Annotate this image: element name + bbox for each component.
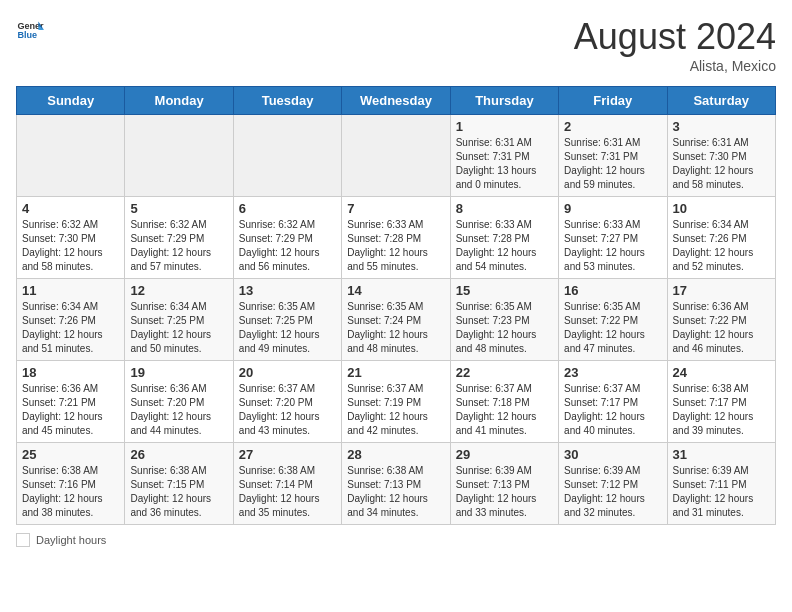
calendar-day-cell: 11Sunrise: 6:34 AM Sunset: 7:26 PM Dayli… xyxy=(17,279,125,361)
calendar-header-row: SundayMondayTuesdayWednesdayThursdayFrid… xyxy=(17,87,776,115)
day-number: 12 xyxy=(130,283,227,298)
day-number: 26 xyxy=(130,447,227,462)
day-number: 27 xyxy=(239,447,336,462)
calendar-day-cell: 16Sunrise: 6:35 AM Sunset: 7:22 PM Dayli… xyxy=(559,279,667,361)
calendar-day-cell: 9Sunrise: 6:33 AM Sunset: 7:27 PM Daylig… xyxy=(559,197,667,279)
day-info: Sunrise: 6:32 AM Sunset: 7:30 PM Dayligh… xyxy=(22,218,119,274)
logo-icon: General Blue xyxy=(16,16,44,44)
day-of-week-header: Thursday xyxy=(450,87,558,115)
calendar-day-cell: 26Sunrise: 6:38 AM Sunset: 7:15 PM Dayli… xyxy=(125,443,233,525)
logo: General Blue xyxy=(16,16,44,44)
calendar-day-cell: 28Sunrise: 6:38 AM Sunset: 7:13 PM Dayli… xyxy=(342,443,450,525)
calendar-day-cell xyxy=(233,115,341,197)
day-info: Sunrise: 6:37 AM Sunset: 7:18 PM Dayligh… xyxy=(456,382,553,438)
day-number: 17 xyxy=(673,283,770,298)
day-number: 3 xyxy=(673,119,770,134)
day-info: Sunrise: 6:33 AM Sunset: 7:27 PM Dayligh… xyxy=(564,218,661,274)
day-number: 6 xyxy=(239,201,336,216)
day-number: 7 xyxy=(347,201,444,216)
calendar-day-cell: 19Sunrise: 6:36 AM Sunset: 7:20 PM Dayli… xyxy=(125,361,233,443)
day-number: 29 xyxy=(456,447,553,462)
day-info: Sunrise: 6:38 AM Sunset: 7:17 PM Dayligh… xyxy=(673,382,770,438)
day-number: 28 xyxy=(347,447,444,462)
calendar-table: SundayMondayTuesdayWednesdayThursdayFrid… xyxy=(16,86,776,525)
day-info: Sunrise: 6:39 AM Sunset: 7:13 PM Dayligh… xyxy=(456,464,553,520)
day-info: Sunrise: 6:32 AM Sunset: 7:29 PM Dayligh… xyxy=(130,218,227,274)
calendar-day-cell: 21Sunrise: 6:37 AM Sunset: 7:19 PM Dayli… xyxy=(342,361,450,443)
day-info: Sunrise: 6:35 AM Sunset: 7:25 PM Dayligh… xyxy=(239,300,336,356)
footer-box xyxy=(16,533,30,547)
calendar-day-cell: 5Sunrise: 6:32 AM Sunset: 7:29 PM Daylig… xyxy=(125,197,233,279)
calendar-day-cell: 18Sunrise: 6:36 AM Sunset: 7:21 PM Dayli… xyxy=(17,361,125,443)
calendar-day-cell: 27Sunrise: 6:38 AM Sunset: 7:14 PM Dayli… xyxy=(233,443,341,525)
day-of-week-header: Monday xyxy=(125,87,233,115)
day-number: 13 xyxy=(239,283,336,298)
day-number: 14 xyxy=(347,283,444,298)
day-info: Sunrise: 6:36 AM Sunset: 7:20 PM Dayligh… xyxy=(130,382,227,438)
day-number: 1 xyxy=(456,119,553,134)
calendar-day-cell: 20Sunrise: 6:37 AM Sunset: 7:20 PM Dayli… xyxy=(233,361,341,443)
day-number: 20 xyxy=(239,365,336,380)
svg-text:Blue: Blue xyxy=(17,30,37,40)
day-number: 18 xyxy=(22,365,119,380)
calendar-day-cell: 12Sunrise: 6:34 AM Sunset: 7:25 PM Dayli… xyxy=(125,279,233,361)
calendar-day-cell: 8Sunrise: 6:33 AM Sunset: 7:28 PM Daylig… xyxy=(450,197,558,279)
calendar-week-row: 25Sunrise: 6:38 AM Sunset: 7:16 PM Dayli… xyxy=(17,443,776,525)
calendar-day-cell xyxy=(125,115,233,197)
calendar-day-cell: 25Sunrise: 6:38 AM Sunset: 7:16 PM Dayli… xyxy=(17,443,125,525)
day-info: Sunrise: 6:37 AM Sunset: 7:20 PM Dayligh… xyxy=(239,382,336,438)
title-block: August 2024 Alista, Mexico xyxy=(574,16,776,74)
day-number: 30 xyxy=(564,447,661,462)
calendar-week-row: 4Sunrise: 6:32 AM Sunset: 7:30 PM Daylig… xyxy=(17,197,776,279)
day-number: 19 xyxy=(130,365,227,380)
calendar-day-cell: 2Sunrise: 6:31 AM Sunset: 7:31 PM Daylig… xyxy=(559,115,667,197)
day-number: 4 xyxy=(22,201,119,216)
day-info: Sunrise: 6:32 AM Sunset: 7:29 PM Dayligh… xyxy=(239,218,336,274)
calendar-day-cell: 13Sunrise: 6:35 AM Sunset: 7:25 PM Dayli… xyxy=(233,279,341,361)
calendar-day-cell: 23Sunrise: 6:37 AM Sunset: 7:17 PM Dayli… xyxy=(559,361,667,443)
calendar-week-row: 11Sunrise: 6:34 AM Sunset: 7:26 PM Dayli… xyxy=(17,279,776,361)
footer-label: Daylight hours xyxy=(36,534,106,546)
day-number: 9 xyxy=(564,201,661,216)
calendar-day-cell: 31Sunrise: 6:39 AM Sunset: 7:11 PM Dayli… xyxy=(667,443,775,525)
day-number: 24 xyxy=(673,365,770,380)
day-info: Sunrise: 6:38 AM Sunset: 7:15 PM Dayligh… xyxy=(130,464,227,520)
calendar-day-cell: 17Sunrise: 6:36 AM Sunset: 7:22 PM Dayli… xyxy=(667,279,775,361)
calendar-day-cell: 10Sunrise: 6:34 AM Sunset: 7:26 PM Dayli… xyxy=(667,197,775,279)
day-info: Sunrise: 6:34 AM Sunset: 7:26 PM Dayligh… xyxy=(22,300,119,356)
calendar-day-cell: 1Sunrise: 6:31 AM Sunset: 7:31 PM Daylig… xyxy=(450,115,558,197)
page-header: General Blue August 2024 Alista, Mexico xyxy=(16,16,776,74)
day-info: Sunrise: 6:36 AM Sunset: 7:22 PM Dayligh… xyxy=(673,300,770,356)
footer: Daylight hours xyxy=(16,533,776,547)
day-number: 31 xyxy=(673,447,770,462)
calendar-day-cell: 3Sunrise: 6:31 AM Sunset: 7:30 PM Daylig… xyxy=(667,115,775,197)
calendar-day-cell: 6Sunrise: 6:32 AM Sunset: 7:29 PM Daylig… xyxy=(233,197,341,279)
calendar-day-cell xyxy=(17,115,125,197)
day-info: Sunrise: 6:39 AM Sunset: 7:11 PM Dayligh… xyxy=(673,464,770,520)
day-info: Sunrise: 6:34 AM Sunset: 7:25 PM Dayligh… xyxy=(130,300,227,356)
calendar-day-cell: 15Sunrise: 6:35 AM Sunset: 7:23 PM Dayli… xyxy=(450,279,558,361)
month-year: August 2024 xyxy=(574,16,776,58)
day-of-week-header: Friday xyxy=(559,87,667,115)
day-info: Sunrise: 6:38 AM Sunset: 7:16 PM Dayligh… xyxy=(22,464,119,520)
day-info: Sunrise: 6:38 AM Sunset: 7:14 PM Dayligh… xyxy=(239,464,336,520)
day-info: Sunrise: 6:35 AM Sunset: 7:24 PM Dayligh… xyxy=(347,300,444,356)
day-info: Sunrise: 6:33 AM Sunset: 7:28 PM Dayligh… xyxy=(456,218,553,274)
calendar-week-row: 1Sunrise: 6:31 AM Sunset: 7:31 PM Daylig… xyxy=(17,115,776,197)
day-number: 10 xyxy=(673,201,770,216)
day-info: Sunrise: 6:34 AM Sunset: 7:26 PM Dayligh… xyxy=(673,218,770,274)
day-number: 16 xyxy=(564,283,661,298)
day-number: 25 xyxy=(22,447,119,462)
calendar-day-cell: 14Sunrise: 6:35 AM Sunset: 7:24 PM Dayli… xyxy=(342,279,450,361)
day-number: 5 xyxy=(130,201,227,216)
day-number: 15 xyxy=(456,283,553,298)
calendar-day-cell: 24Sunrise: 6:38 AM Sunset: 7:17 PM Dayli… xyxy=(667,361,775,443)
day-info: Sunrise: 6:33 AM Sunset: 7:28 PM Dayligh… xyxy=(347,218,444,274)
calendar-week-row: 18Sunrise: 6:36 AM Sunset: 7:21 PM Dayli… xyxy=(17,361,776,443)
calendar-day-cell xyxy=(342,115,450,197)
day-info: Sunrise: 6:31 AM Sunset: 7:31 PM Dayligh… xyxy=(564,136,661,192)
day-of-week-header: Sunday xyxy=(17,87,125,115)
day-info: Sunrise: 6:37 AM Sunset: 7:19 PM Dayligh… xyxy=(347,382,444,438)
day-number: 8 xyxy=(456,201,553,216)
day-info: Sunrise: 6:39 AM Sunset: 7:12 PM Dayligh… xyxy=(564,464,661,520)
